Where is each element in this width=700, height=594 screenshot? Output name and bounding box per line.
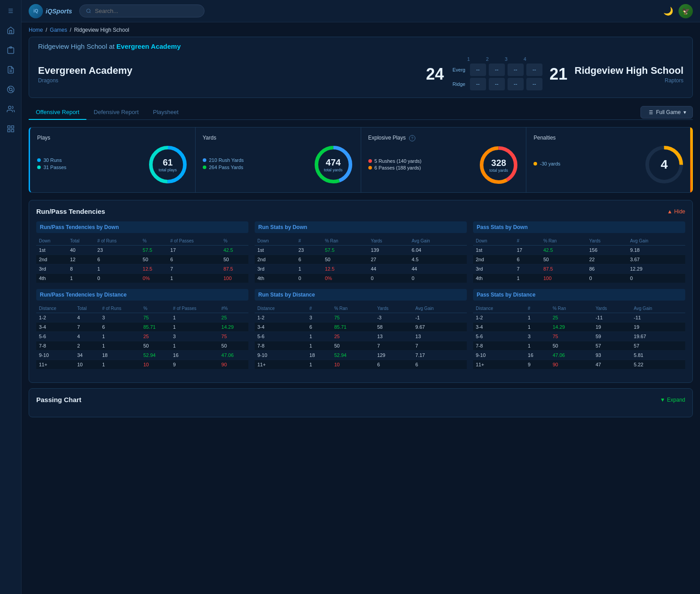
table-cell: -11: [593, 313, 631, 322]
table-cell: 1: [168, 274, 221, 283]
table-cell: 3: [99, 313, 141, 322]
table-cell: 25: [332, 332, 375, 341]
table-cell: 57: [593, 341, 631, 351]
tables-grid-bottom: Run/Pass Tendencies by Distance Distance…: [36, 289, 685, 369]
pass-stats-by-distance: Pass Stats by Distance Distance # % Ran …: [473, 289, 685, 369]
table-cell: 2nd: [36, 255, 67, 264]
table-cell: 5-6: [255, 332, 307, 341]
table-cell: 87.5: [221, 264, 248, 274]
table-cell: 7: [375, 341, 413, 351]
table-cell: 87.5: [541, 264, 587, 274]
filter-button[interactable]: Full Game ▾: [640, 106, 693, 119]
table-cell: 85.71: [332, 322, 375, 332]
logo-text: iQSports: [46, 8, 72, 15]
table-cell: 10: [141, 360, 170, 369]
explosive-card: Explosive Plays ? 5 Rushes (140 yards) 6…: [361, 127, 527, 193]
match-header-card: Ridgeview High School at Evergreen Acade…: [29, 37, 693, 98]
table-cell: 4th: [473, 274, 514, 283]
table-cell: 1-2: [255, 313, 307, 322]
table-cell: 9-10: [36, 351, 75, 360]
plays-card: Plays 30 Runs 31 Passes: [29, 127, 196, 193]
explosive-info-icon[interactable]: ?: [409, 135, 415, 141]
table-cell: 8: [67, 264, 94, 274]
table-cell: 25: [219, 313, 248, 322]
svg-rect-12: [11, 130, 13, 132]
svg-point-5: [9, 88, 12, 91]
table-cell: 12: [67, 255, 94, 264]
table-cell: -3: [375, 313, 413, 322]
table-cell: 0: [95, 274, 140, 283]
run-pass-by-down: Run/Pass Tendencies by Down Down Total #…: [36, 221, 248, 283]
table-cell: 6: [307, 322, 331, 332]
match-title: Ridgeview High School at Evergreen Acade…: [38, 42, 683, 50]
table-cell: 50: [332, 341, 375, 351]
table-cell: 4th: [36, 274, 67, 283]
table-cell: 1: [171, 313, 219, 322]
table-cell: 90: [550, 360, 593, 369]
table-cell: 14.29: [219, 322, 248, 332]
tab-defensive[interactable]: Defensive Report: [86, 105, 145, 120]
hide-button[interactable]: ▲ Hide: [667, 208, 685, 215]
table-cell: 0: [296, 274, 322, 283]
table-cell: 6: [168, 255, 221, 264]
table-cell: 19: [593, 322, 631, 332]
sidebar-item-home[interactable]: [5, 25, 16, 36]
sidebar-hamburger[interactable]: ☰: [5, 5, 16, 16]
table-cell: 6: [375, 360, 413, 369]
table-cell: 6: [296, 255, 322, 264]
search-input[interactable]: [95, 8, 198, 14]
avatar[interactable]: 🦅: [679, 4, 693, 18]
table-cell: 11+: [473, 360, 525, 369]
table-cell: 57.5: [140, 246, 168, 255]
table-cell: 17: [168, 246, 221, 255]
pass-stats-by-distance-title: Pass Stats by Distance: [473, 289, 685, 301]
away-score: 21: [550, 65, 568, 84]
search-bar[interactable]: [79, 4, 205, 17]
table-cell: 93: [593, 351, 631, 360]
tab-offensive[interactable]: Offensive Report: [29, 105, 86, 120]
table-cell: 6: [95, 255, 140, 264]
tables-grid-top: Run/Pass Tendencies by Down Down Total #…: [36, 221, 685, 283]
table-cell: 2: [75, 341, 100, 351]
table-cell: 2nd: [473, 255, 514, 264]
table-cell: 13: [375, 332, 413, 341]
breadcrumb-home[interactable]: Home: [29, 27, 43, 33]
expand-button[interactable]: ▼ Expand: [660, 397, 685, 403]
table-cell: 1: [171, 322, 219, 332]
svg-rect-10: [11, 126, 13, 128]
home-score: 24: [426, 65, 444, 84]
table-cell: 9-10: [255, 351, 307, 360]
svg-point-13: [87, 9, 90, 13]
sidebar-item-clipboard[interactable]: [5, 45, 16, 55]
table-cell: 12.5: [322, 264, 368, 274]
table-cell: 7: [168, 264, 221, 274]
breadcrumb-games[interactable]: Games: [50, 27, 67, 33]
table-cell: 7: [514, 264, 541, 274]
table-cell: 75: [550, 332, 593, 341]
table-cell: 50: [322, 255, 368, 264]
table-cell: 1: [307, 332, 331, 341]
tab-playsheet[interactable]: Playsheet: [146, 105, 186, 120]
table-cell: 0: [409, 274, 467, 283]
table-cell: 6.04: [409, 246, 467, 255]
moon-icon[interactable]: 🌙: [663, 6, 673, 16]
table-cell: 9: [171, 360, 219, 369]
table-cell: 85.71: [141, 322, 170, 332]
penalties-circle: 4: [644, 144, 684, 185]
run-pass-by-down-table: Down Total # of Runs % # of Passes % 1st…: [36, 237, 248, 283]
chevron-down-icon: ▾: [683, 109, 686, 115]
table-cell: 23: [296, 246, 322, 255]
run-stats-by-distance-table: Distance # % Ran Yards Avg Gain 1-2375-3…: [255, 304, 467, 369]
sidebar-item-grid[interactable]: [5, 123, 16, 134]
sidebar-item-chart[interactable]: [5, 84, 16, 95]
table-cell: 44: [368, 264, 409, 274]
run-pass-title: Run/Pass Tendencies: [36, 208, 105, 215]
penalties-title: Penalties: [534, 135, 684, 141]
table-cell: 22: [586, 255, 627, 264]
sidebar-item-doc[interactable]: [5, 64, 16, 75]
table-cell: 0%: [140, 274, 168, 283]
table-cell: 7: [75, 322, 100, 332]
sidebar-item-users[interactable]: [5, 104, 16, 115]
stats-row: Plays 30 Runs 31 Passes: [29, 127, 693, 193]
run-pass-by-distance: Run/Pass Tendencies by Distance Distance…: [36, 289, 248, 369]
